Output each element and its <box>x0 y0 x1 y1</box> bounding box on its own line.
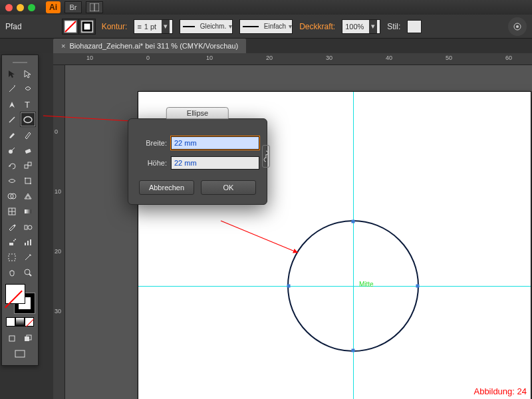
pen-tool[interactable] <box>4 96 20 112</box>
ruler-tick: 20 <box>55 248 61 255</box>
workspace: T <box>0 53 532 399</box>
fill-stroke-swatches <box>62 19 95 35</box>
column-graph-tool[interactable] <box>20 234 36 249</box>
toolbox-grip[interactable] <box>4 59 36 66</box>
mesh-tool[interactable] <box>4 203 20 219</box>
minimize-window-button[interactable] <box>17 4 24 11</box>
opacity-label[interactable]: Deckkraft: <box>299 22 335 31</box>
width-label: Breite: <box>139 139 167 147</box>
svg-rect-28 <box>9 243 13 245</box>
paintbrush-tool[interactable] <box>4 127 20 142</box>
selection-tool[interactable] <box>4 66 20 81</box>
style-label: Stil: <box>387 22 400 31</box>
eraser-tool[interactable] <box>20 142 36 158</box>
eyedropper-tool[interactable] <box>4 219 20 234</box>
fill-swatch[interactable] <box>62 19 79 35</box>
stroke-swatch[interactable] <box>78 19 96 35</box>
svg-point-27 <box>28 225 32 229</box>
blend-tool[interactable] <box>20 219 36 234</box>
magic-wand-tool[interactable] <box>4 81 20 96</box>
type-tool[interactable]: T <box>20 96 36 112</box>
color-mode-solid[interactable] <box>6 317 15 327</box>
free-transform-tool[interactable] <box>20 173 36 188</box>
line-segment-tool[interactable] <box>4 112 20 127</box>
opacity-value: 100% <box>345 23 364 31</box>
svg-text:T: T <box>25 100 30 109</box>
perspective-grid-tool[interactable] <box>20 188 36 203</box>
brush-label: Einfach <box>264 23 286 30</box>
ellipse-tool[interactable] <box>20 112 36 127</box>
fill-stroke-indicator[interactable] <box>5 284 35 313</box>
graphic-style-swatch[interactable] <box>407 20 422 33</box>
svg-rect-15 <box>28 162 31 166</box>
svg-rect-33 <box>30 239 31 245</box>
width-tool[interactable] <box>4 173 20 188</box>
bridge-button[interactable]: Br <box>65 1 82 13</box>
pencil-tool[interactable] <box>20 127 36 142</box>
horizontal-ruler[interactable]: 10 0 10 20 30 40 50 60 <box>53 53 532 65</box>
app-badge: Ai <box>46 1 61 13</box>
hand-tool[interactable] <box>4 265 20 280</box>
figure-caption: Abbildung: 24 <box>473 386 527 396</box>
direct-selection-tool[interactable] <box>20 66 36 81</box>
ruler-tick: 10 <box>55 188 61 195</box>
document-tab-title: Biohazard_Zeichen.ai* bei 311 % (CMYK/Vo… <box>69 42 238 50</box>
svg-rect-26 <box>25 225 27 229</box>
svg-point-20 <box>11 194 16 199</box>
shape-builder-tool[interactable] <box>4 188 20 203</box>
color-mode-none[interactable] <box>25 317 34 327</box>
zoom-window-button[interactable] <box>28 4 35 11</box>
svg-point-35 <box>25 269 30 275</box>
cancel-button[interactable]: Abbrechen <box>139 180 194 195</box>
canvas[interactable]: Mitte <box>65 65 532 399</box>
ellipse-path[interactable] <box>287 220 419 352</box>
brush-definition-select[interactable]: Einfach▾ <box>239 19 293 34</box>
ruler-tick: 30 <box>326 55 332 61</box>
vertical-ruler[interactable]: 0 10 20 30 <box>53 65 65 399</box>
screen-mode-button[interactable] <box>4 346 36 361</box>
blob-brush-tool[interactable] <box>4 142 20 158</box>
zoom-tool[interactable] <box>20 265 36 280</box>
color-mode-gradient[interactable] <box>15 317 25 327</box>
document-tab[interactable]: × Biohazard_Zeichen.ai* bei 311 % (CMYK/… <box>53 39 246 53</box>
height-input[interactable] <box>171 156 259 170</box>
rotate-tool[interactable] <box>4 158 20 173</box>
svg-rect-40 <box>15 350 25 357</box>
svg-rect-14 <box>25 165 28 168</box>
color-mode-row <box>4 317 36 327</box>
fill-box[interactable] <box>5 284 25 304</box>
drawing-mode-behind[interactable] <box>20 331 36 346</box>
stroke-weight-value: 1 pt <box>144 23 156 31</box>
artboard-tool[interactable] <box>4 249 20 265</box>
lasso-tool[interactable] <box>20 81 36 96</box>
close-window-button[interactable] <box>5 4 13 11</box>
slice-tool[interactable] <box>20 249 36 265</box>
ruler-tick: 10 <box>86 55 93 61</box>
stroke-label[interactable]: Kontur: <box>102 22 128 31</box>
height-label: Höhe: <box>139 159 167 167</box>
svg-line-8 <box>9 86 15 92</box>
constrain-proportions-icon[interactable] <box>262 145 270 168</box>
svg-point-30 <box>15 239 16 240</box>
opacity-select[interactable]: 100%▾ <box>342 19 380 34</box>
svg-point-17 <box>25 178 26 179</box>
ruler-tick: 40 <box>386 55 392 61</box>
width-input[interactable] <box>171 136 259 150</box>
close-tab-icon[interactable]: × <box>61 42 65 50</box>
svg-rect-38 <box>25 336 29 341</box>
stroke-profile-label: Gleichm. <box>200 23 226 30</box>
stroke-profile-select[interactable]: Gleichm.▾ <box>180 19 233 34</box>
ok-button[interactable]: OK <box>201 180 256 195</box>
info-icon[interactable] <box>508 17 527 36</box>
drawing-mode-normal[interactable] <box>4 331 20 346</box>
stroke-weight-select[interactable]: ≡1 pt▾ <box>134 19 173 34</box>
scale-tool[interactable] <box>20 158 36 173</box>
arrange-documents-button[interactable] <box>86 1 103 13</box>
svg-point-12 <box>9 150 13 154</box>
ruler-tick: 0 <box>55 128 58 135</box>
svg-rect-24 <box>25 209 31 213</box>
ruler-tick: 60 <box>505 55 512 61</box>
symbol-sprayer-tool[interactable] <box>4 234 20 249</box>
gradient-tool[interactable] <box>20 203 36 219</box>
svg-line-36 <box>29 274 31 276</box>
